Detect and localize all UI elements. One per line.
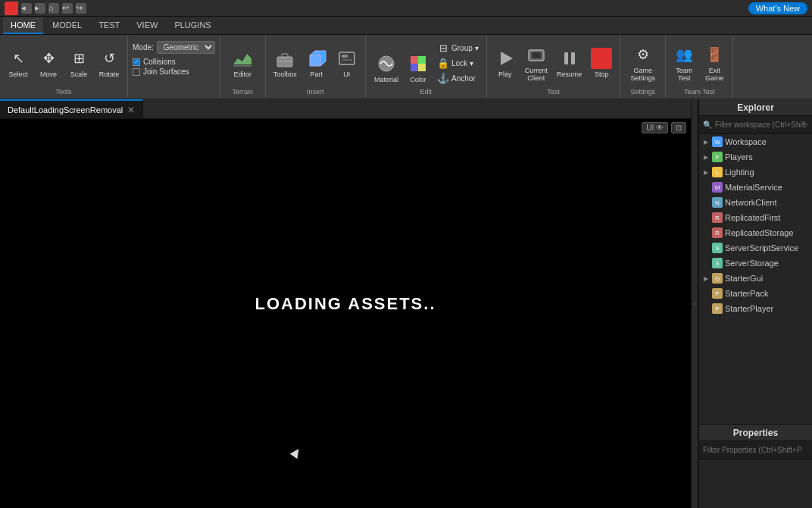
svg-rect-11 <box>418 64 426 71</box>
move-icon: ✥ <box>38 48 59 69</box>
material-button[interactable]: Material <box>371 52 401 85</box>
explorer-header: Explorer <box>699 99 812 116</box>
tree-icon-lighting: L <box>712 167 723 177</box>
tree-label-replicated_storage: ReplicatedStorage <box>725 228 794 237</box>
properties-section: Properties <box>699 425 812 508</box>
tree-item-network_client[interactable]: NNetworkClient <box>699 195 812 210</box>
color-button[interactable]: Color <box>404 52 432 85</box>
tab-view[interactable]: VIEW <box>129 17 165 34</box>
content-area: DefaultLoadingScreenRemoval ✕ UI 👁 ⊡ LOA… <box>0 99 812 508</box>
ui-button[interactable]: UI <box>333 46 361 80</box>
collisions-check[interactable]: ✓ Collisions <box>133 58 189 66</box>
tree-item-starter_gui[interactable]: ▶GStarterGui <box>699 271 812 286</box>
select-button[interactable]: ↖ Select <box>5 46 32 80</box>
tree-item-server_storage[interactable]: SServerStorage <box>699 256 812 271</box>
tab-test[interactable]: TEST <box>91 17 127 34</box>
tree-item-replicated_first[interactable]: RReplicatedFirst <box>699 210 812 225</box>
undo-icon[interactable]: ↩ <box>62 3 73 14</box>
play-button[interactable]: Play <box>492 46 519 80</box>
tree-item-workspace[interactable]: ▶WWorkspace <box>699 134 812 149</box>
viewport-tab-main[interactable]: DefaultLoadingScreenRemoval ✕ <box>0 99 143 118</box>
join-surfaces-checkbox[interactable] <box>133 68 140 76</box>
tree-arrow[interactable]: ▶ <box>702 169 710 176</box>
tab-plugins[interactable]: PLUGINS <box>167 17 218 34</box>
tab-home[interactable]: HOME <box>3 17 43 34</box>
tree-item-replicated_storage[interactable]: RReplicatedStorage <box>699 225 812 240</box>
properties-search-input[interactable] <box>703 446 808 454</box>
ribbon-tab-bar: HOME MODEL TEST VIEW PLUGINS <box>0 17 812 35</box>
ui-icon <box>336 48 358 69</box>
ui-toggle-button[interactable]: UI 👁 <box>642 122 668 133</box>
expand-button[interactable]: ⊡ <box>671 122 686 133</box>
rotate-button[interactable]: ↺ Rotate <box>95 46 123 80</box>
viewport-controls: UI 👁 ⊡ <box>642 122 686 133</box>
svg-marker-12 <box>501 52 513 65</box>
settings-content: ⚙ GameSettings <box>628 38 659 96</box>
tree-item-starter_pack[interactable]: PStarterPack <box>699 286 812 301</box>
back-icon[interactable]: ◂ <box>21 3 32 14</box>
mode-row: Mode: Geometric <box>133 41 215 55</box>
viewport-tab-close[interactable]: ✕ <box>127 105 135 114</box>
tree-label-starter_gui: StarterGui <box>725 274 763 283</box>
svg-rect-9 <box>418 56 426 64</box>
explorer-search-input[interactable] <box>715 121 808 129</box>
tree-item-players[interactable]: ▶PPlayers <box>699 149 812 165</box>
tree-icon-starter_gui: G <box>712 273 723 284</box>
resume-button[interactable]: Resume <box>554 46 586 80</box>
move-button[interactable]: ✥ Move <box>35 46 62 80</box>
insert-group-label: Insert <box>266 88 365 96</box>
tree-arrow[interactable]: ▶ <box>702 154 710 161</box>
team-test-button[interactable]: 👥 TeamTest <box>670 42 698 83</box>
right-panel: Explorer 🔍 ▶WWorkspace▶PPlayers▶LLightin… <box>698 99 812 508</box>
mode-dropdown[interactable]: Geometric <box>157 41 215 54</box>
viewport-tab-label: DefaultLoadingScreenRemoval <box>8 105 123 114</box>
join-surfaces-check[interactable]: Join Surfaces <box>133 67 189 76</box>
editor-button[interactable]: Editor <box>229 46 256 80</box>
tree-icon-players: P <box>712 152 723 162</box>
tab-model[interactable]: MODEL <box>45 17 89 34</box>
anchor-button[interactable]: ⚓ Anchor <box>435 71 481 85</box>
tree-arrow[interactable]: ▶ <box>702 139 710 146</box>
join-surfaces-label: Join Surfaces <box>143 67 189 76</box>
properties-filter <box>699 441 812 459</box>
forward-icon[interactable]: ▸ <box>35 3 45 14</box>
exit-game-button[interactable]: 🚪 ExitGame <box>701 42 728 83</box>
color-icon <box>408 53 429 74</box>
tools-content: ↖ Select ✥ Move ⊞ Scale ↺ Rotate <box>5 38 123 96</box>
part-button[interactable]: Part <box>303 46 330 80</box>
ribbon-group-tools: ↖ Select ✥ Move ⊞ Scale ↺ Rotate Tools <box>0 36 128 97</box>
lock-button[interactable]: 🔒 Lock ▾ <box>435 56 481 70</box>
mode-label: Mode: <box>133 43 154 52</box>
current-client-button[interactable]: CurrentClient <box>522 42 551 83</box>
whats-new-button[interactable]: What's New <box>748 2 807 14</box>
tree-item-material_service[interactable]: MMaterialService <box>699 180 812 195</box>
tree-arrow[interactable]: ▶ <box>702 275 710 282</box>
collisions-label: Collisions <box>143 58 176 66</box>
loading-text: LOADING ASSETS.. <box>255 294 436 314</box>
tree-item-lighting[interactable]: ▶LLighting <box>699 165 812 180</box>
explorer-section: Explorer 🔍 ▶WWorkspace▶PPlayers▶LLightin… <box>699 99 812 425</box>
svg-rect-4 <box>339 52 354 64</box>
terrain-group-label: Terrain <box>220 88 265 96</box>
stop-button[interactable]: Stop <box>588 46 615 80</box>
tree-label-server_storage: ServerStorage <box>725 259 779 268</box>
tree-label-replicated_first: ReplicatedFirst <box>725 213 780 222</box>
scale-button[interactable]: ⊞ Scale <box>65 46 92 80</box>
home-icon[interactable]: ⌂ <box>48 3 59 14</box>
ribbon-group-test: Play CurrentClient Resum <box>487 36 621 97</box>
tree-item-starter_player[interactable]: PStarterPlayer <box>699 301 812 316</box>
tree-item-server_script_service[interactable]: SServerScriptService <box>699 240 812 256</box>
collisions-checkbox[interactable]: ✓ <box>133 58 140 66</box>
tree-label-server_script_service: ServerScriptService <box>725 243 798 252</box>
svg-rect-14 <box>532 52 541 58</box>
tree-icon-starter_pack: P <box>712 288 723 299</box>
game-settings-button[interactable]: ⚙ GameSettings <box>628 42 659 83</box>
panel-collapse-handle[interactable]: ‹ <box>691 99 698 508</box>
test-group-label: Test <box>487 88 620 96</box>
team-test-content: 👥 TeamTest 🚪 ExitGame <box>670 38 728 96</box>
group-button[interactable]: ⊟ Group ▾ <box>435 41 481 55</box>
svg-rect-16 <box>571 52 575 64</box>
toolbox-button[interactable]: Toolbox <box>270 46 300 80</box>
redo-icon[interactable]: ↪ <box>76 3 86 14</box>
part-icon <box>306 48 327 69</box>
